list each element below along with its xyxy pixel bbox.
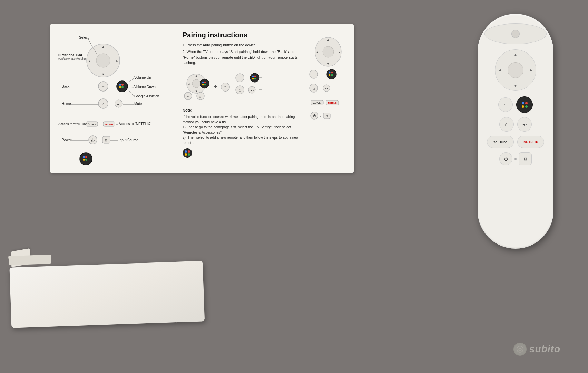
svg-text:►: ► (338, 51, 341, 54)
svg-text:-: - (99, 138, 100, 142)
svg-text:⌂: ⌂ (313, 86, 315, 90)
remote-netflix-button[interactable]: NETFLIX (517, 136, 544, 148)
svg-point-51 (83, 156, 85, 158)
svg-text:◄×: ◄× (250, 89, 254, 92)
svg-point-94 (329, 74, 331, 76)
svg-text:▼: ▼ (327, 62, 330, 65)
note-title: Note: (183, 107, 302, 113)
svg-point-65 (200, 79, 209, 88)
svg-text:▼: ▼ (195, 90, 198, 93)
svg-point-74 (254, 75, 256, 77)
svg-text:▼: ▼ (102, 73, 105, 76)
mini-pairing-diagram: ▲ ▼ ◄ ► ← ⌂ (183, 70, 302, 104)
svg-text:⏻: ⏻ (313, 114, 316, 118)
remote-power-button[interactable]: ⏻ (499, 152, 512, 165)
svg-text:Google Assistan: Google Assistan (134, 94, 159, 98)
remote-youtube-button[interactable]: YouTube (487, 136, 514, 148)
svg-point-52 (85, 156, 87, 158)
svg-text:Back: Back (62, 85, 70, 88)
remote-separator-dot (514, 158, 517, 160)
svg-point-54 (85, 159, 87, 161)
instruction-card: ▲ ▼ ◄ ► Select Directional Pad (Up/Down/… (50, 24, 354, 173)
svg-text:←: ← (187, 95, 190, 98)
svg-point-68 (202, 84, 204, 86)
svg-text:⌂: ⌂ (102, 102, 105, 106)
svg-point-16 (121, 84, 124, 86)
svg-text:◄: ◄ (88, 59, 91, 63)
svg-text:-: - (320, 114, 321, 118)
svg-text:⌂: ⌂ (238, 88, 241, 92)
svg-point-66 (202, 82, 204, 83)
svg-text:⏻: ⏻ (91, 138, 95, 142)
svg-text:←: ← (312, 73, 315, 76)
svg-line-20 (129, 78, 134, 82)
svg-point-69 (204, 84, 206, 86)
svg-point-18 (121, 86, 124, 88)
remote-back-row: ← (498, 96, 533, 113)
svg-text:←: ← (101, 84, 105, 88)
svg-text:Access to "NETFLIX": Access to "NETFLIX" (119, 122, 151, 126)
svg-line-22 (129, 87, 134, 87)
svg-text:Directional Pad: Directional Pad (58, 53, 82, 57)
remote-mute-button[interactable]: ◄× (517, 117, 532, 132)
box-package (9, 256, 205, 328)
svg-point-84 (323, 46, 334, 57)
left-diagram: ▲ ▼ ◄ ► Select Directional Pad (Up/Down/… (58, 31, 176, 166)
subito-text-label: subito (529, 344, 560, 355)
remote-google-assistant-button[interactable] (516, 96, 533, 113)
svg-point-56 (192, 79, 200, 88)
svg-point-17 (119, 86, 121, 88)
pairing-title: Pairing instructions (183, 31, 302, 39)
pairing-step2: 2. When the TV screen says "Start pairin… (183, 49, 302, 66)
remote-select-button[interactable] (508, 62, 523, 78)
svg-text:Power: Power (62, 138, 72, 142)
svg-text:Mute: Mute (134, 102, 142, 106)
svg-point-92 (329, 72, 331, 74)
svg-point-109 (517, 346, 523, 352)
remote-sensor-oval (484, 23, 547, 44)
pairing-section: Pairing instructions 1. Press the Auto p… (183, 31, 345, 166)
svg-text:►: ► (116, 59, 119, 63)
svg-text:Access to "YouTube": Access to "YouTube" (58, 122, 89, 126)
svg-point-72 (250, 73, 259, 82)
remote-back-button[interactable]: ← (498, 97, 513, 112)
svg-text:◄: ◄ (316, 51, 318, 54)
remote-input-button[interactable]: ⊡ (519, 152, 532, 165)
svg-text:Input/Source: Input/Source (119, 138, 138, 142)
remote-nav-ring[interactable]: ▲ ▼ ◄ ► (495, 49, 536, 91)
svg-text:▲: ▲ (102, 45, 105, 48)
svg-text:YouTube: YouTube (88, 123, 96, 125)
svg-text:←: ← (238, 76, 241, 80)
svg-text:▲: ▲ (327, 38, 330, 41)
remote-home-button[interactable]: ⌂ (499, 117, 514, 132)
pairing-steps: 1. Press the Auto pairing button on the … (183, 42, 302, 66)
remote-control: ▲ ▼ ◄ ► ← ⌂ ◄× YouTube NETFLIX ⏻ ⊡ (478, 14, 553, 249)
svg-text:◄: ◄ (187, 83, 190, 86)
subito-logo-icon (513, 343, 527, 356)
svg-line-24 (129, 90, 134, 97)
svg-text:YouTube: YouTube (313, 102, 322, 104)
card-right-diagram: ▲ ▼ ◄ ► ← ⌂ (307, 31, 345, 171)
svg-text:NETFLIX: NETFLIX (105, 123, 114, 125)
svg-point-53 (83, 159, 85, 161)
svg-text:⊡: ⊡ (326, 115, 328, 118)
svg-text:▲: ▲ (195, 74, 198, 77)
remote-apps-row: YouTube NETFLIX (487, 136, 544, 148)
svg-point-75 (252, 78, 254, 79)
svg-text:◄×: ◄× (117, 103, 121, 106)
svg-point-1 (96, 54, 110, 67)
svg-point-67 (204, 82, 206, 83)
note-icon-area (183, 148, 302, 158)
svg-text:⌂: ⌂ (199, 95, 202, 98)
svg-text:Select: Select (79, 36, 89, 39)
svg-text:⊡: ⊡ (105, 138, 108, 142)
svg-text:◄×: ◄× (324, 87, 328, 90)
svg-point-76 (254, 78, 256, 79)
svg-point-73 (252, 75, 254, 77)
remote-power-row: ⏻ ⊡ (499, 152, 532, 165)
note-body: If the voice function doesn't work well … (183, 114, 302, 145)
svg-text:Home: Home (62, 102, 71, 106)
subito-watermark: subito (513, 343, 560, 356)
svg-point-93 (331, 72, 333, 74)
remote-top-button[interactable] (511, 30, 520, 38)
